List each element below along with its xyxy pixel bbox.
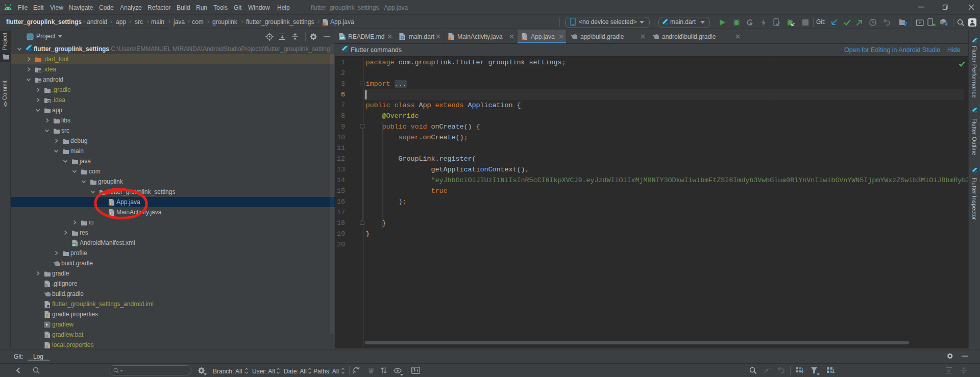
svg-text:MF: MF (72, 243, 76, 246)
svg-text:MD: MD (340, 37, 345, 40)
svg-text:J: J (522, 37, 524, 40)
svg-text:J: J (449, 37, 450, 40)
